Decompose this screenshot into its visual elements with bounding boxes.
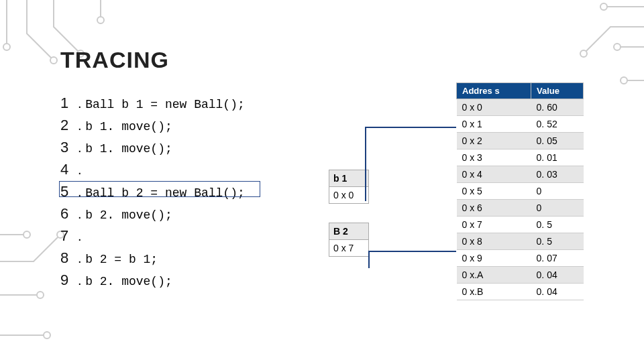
code-line: 7. [60,225,302,247]
header-address: Addres s [457,83,531,99]
variable-b2-box: B 2 0 x 7 [329,223,369,257]
table-row: 0 x 70. 5 [457,217,584,233]
code-line: 2. b 1. move(); [60,114,302,136]
code-line: 6. b 2. move(); [60,202,302,225]
table-row: 0 x.A0. 04 [457,267,584,284]
table-row: 0 x 20. 05 [457,133,584,149]
table-row: 0 x 90. 07 [457,250,584,267]
code-line: 3. b 1. move(); [60,136,302,158]
code-line-highlighted: 5. Ball b 2 = new Ball(); [60,180,302,202]
var-value: 0 x 0 [329,187,369,204]
table-row: 0 x 10. 52 [457,116,584,133]
table-row: 0 x 50 [457,183,584,200]
table-header-row: Addres s Value [457,83,584,99]
table-row: 0 x 40. 03 [457,166,584,183]
header-value: Value [531,83,584,99]
code-line: 1. Ball b 1 = new Ball(); [60,92,302,114]
table-row: 0 x.B0. 04 [457,284,584,300]
var-label: B 2 [329,223,369,240]
page-title: TRACING [60,47,584,73]
table-row: 0 x 60 [457,200,584,217]
code-listing: 1. Ball b 1 = new Ball(); 2. b 1. move()… [60,92,302,291]
table-row: 0 x 00. 60 [457,99,584,116]
table-row: 0 x 80. 5 [457,233,584,250]
var-label: b 1 [329,170,369,187]
code-line: 9. b 2. move(); [60,269,302,291]
variable-b1-box: b 1 0 x 0 [329,170,369,204]
var-value: 0 x 7 [329,240,369,257]
code-line: 4. [60,158,302,180]
memory-table: Addres s Value 0 x 00. 60 0 x 10. 52 0 x… [456,82,584,300]
table-row: 0 x 30. 01 [457,149,584,166]
code-line: 8. b 2 = b 1; [60,247,302,269]
